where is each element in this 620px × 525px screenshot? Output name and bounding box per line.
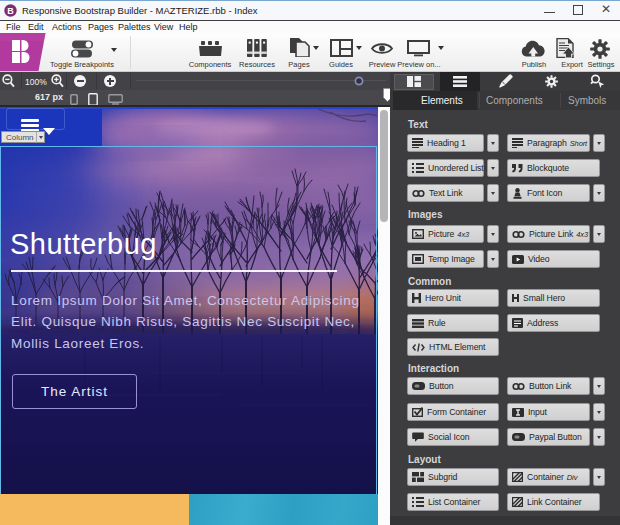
svg-text:B: B — [7, 6, 14, 16]
